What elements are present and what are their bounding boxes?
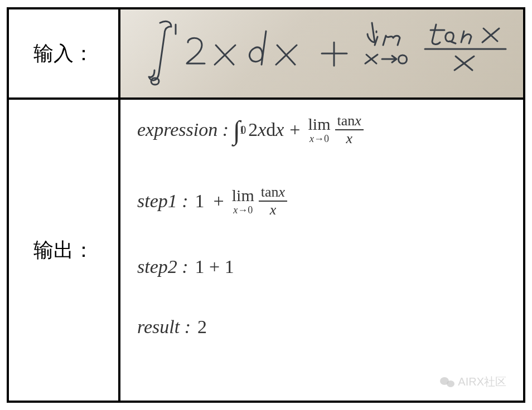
- output-row: 输出： expression : ∫10 2xdx + lim x→0 tanx…: [9, 100, 523, 401]
- dx: dx: [266, 119, 284, 140]
- limit-block: lim x→0: [308, 116, 331, 144]
- step1-label: step1 :: [137, 191, 188, 212]
- output-content: expression : ∫10 2xdx + lim x→0 tanx x s…: [120, 100, 523, 401]
- input-label: 输入：: [9, 9, 120, 97]
- plus-sign: +: [289, 119, 300, 140]
- step2-value: 1 + 1: [195, 256, 234, 277]
- step1-line: step1 : 1 + lim x→0 tanx x: [137, 185, 506, 217]
- expression-label: expression :: [137, 119, 229, 140]
- handwritten-svg: [127, 14, 517, 92]
- wechat-icon: [440, 376, 454, 388]
- result-label: result :: [137, 316, 191, 338]
- math-table: 输入：: [7, 7, 525, 403]
- input-row: 输入：: [9, 9, 523, 100]
- step1-fraction: tanx x: [259, 185, 287, 217]
- step2-line: step2 : 1 + 1: [137, 256, 506, 277]
- handwritten-input: [120, 9, 523, 97]
- watermark-text: AIRX社区: [458, 374, 506, 389]
- fraction: tanx x: [335, 114, 364, 146]
- integrand: 2x: [248, 119, 266, 140]
- result-line: result : 2: [137, 316, 506, 338]
- step1-limit: lim x→0: [232, 187, 254, 215]
- step1-one: 1: [195, 191, 205, 212]
- expression-line: expression : ∫10 2xdx + lim x→0 tanx x: [137, 114, 506, 146]
- result-value: 2: [197, 316, 207, 338]
- integral-sign: ∫: [233, 115, 240, 145]
- watermark: AIRX社区: [440, 374, 506, 389]
- step2-label: step2 :: [137, 256, 188, 277]
- integral-lower: 0: [240, 124, 246, 136]
- output-label: 输出：: [9, 100, 120, 401]
- step1-plus: +: [214, 191, 224, 212]
